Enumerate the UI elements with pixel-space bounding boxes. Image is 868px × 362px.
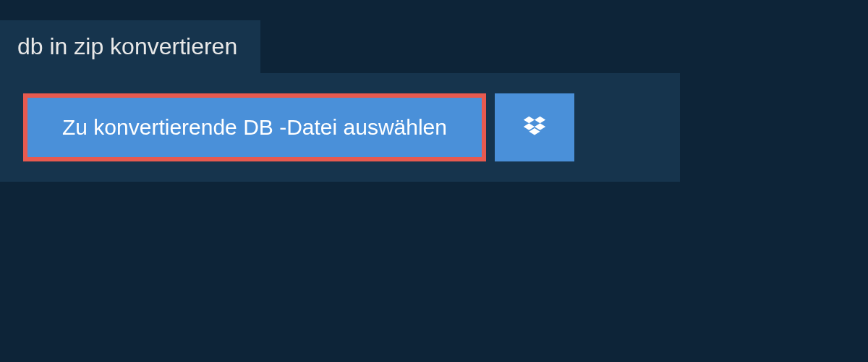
- button-row: Zu konvertierende DB -Datei auswählen: [23, 93, 657, 161]
- dropbox-button[interactable]: [495, 93, 574, 161]
- tab-title: db in zip konvertieren: [17, 33, 237, 60]
- select-file-button[interactable]: Zu konvertierende DB -Datei auswählen: [27, 98, 482, 157]
- upload-panel: Zu konvertierende DB -Datei auswählen: [0, 73, 680, 182]
- dropbox-icon: [521, 114, 548, 141]
- select-file-highlight: Zu konvertierende DB -Datei auswählen: [23, 93, 486, 161]
- tab-header: db in zip konvertieren: [0, 20, 260, 73]
